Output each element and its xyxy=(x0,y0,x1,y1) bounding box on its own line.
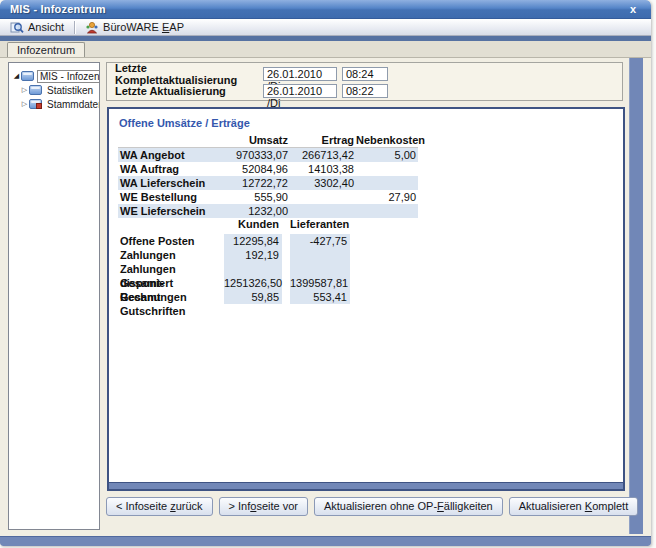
table-row: Gesamt Gutschriften 59,85 553,41 xyxy=(118,290,350,304)
column-gap xyxy=(282,217,290,232)
kunden-cell: 59,85 xyxy=(224,290,282,304)
kunden-cell: 1251326,50 xyxy=(224,276,282,290)
header-spacer xyxy=(118,133,234,147)
title-bar[interactable]: MIS - Infozentrum x xyxy=(0,0,651,19)
window-title: MIS - Infozentrum xyxy=(10,3,106,15)
table-row: WA Lieferschein 12722,72 3302,40 xyxy=(118,176,418,190)
row-label: WE Bestellung xyxy=(118,190,234,204)
buroware-eap-icon xyxy=(85,21,99,34)
tree-item-label[interactable]: Statistiken xyxy=(45,85,95,96)
header-ertrag: Ertrag xyxy=(290,133,356,147)
infoseite-zurueck-button[interactable]: < Infoseite zurück xyxy=(106,497,213,516)
header-spacer xyxy=(118,217,224,232)
table-header-row: Umsatz Ertrag Nebenkosten xyxy=(118,133,418,148)
kunden-cell xyxy=(224,262,282,276)
table-row: Offene Posten 12295,84 -427,75 xyxy=(118,234,350,248)
table-row: WE Bestellung 555,90 27,90 xyxy=(118,190,418,204)
buroware-eap-label: BüroWARE EAP xyxy=(103,21,184,33)
table-row: Zahlungen disponiert xyxy=(118,262,350,276)
tree-collapsed-icon[interactable]: ▷ xyxy=(20,86,29,94)
infoseite-vor-button[interactable]: > Infoseite vor xyxy=(219,497,308,516)
header-nebenkosten: Nebenkosten xyxy=(356,133,418,147)
table-header-row: Kunden Lieferanten xyxy=(118,217,350,232)
buroware-eap-button[interactable]: BüroWARE EAP xyxy=(79,20,190,35)
app-window: MIS - Infozentrum x Ansicht xyxy=(0,0,651,546)
view-magnifier-icon xyxy=(10,21,24,34)
umsatz-cell: 555,90 xyxy=(234,190,290,204)
ertrag-cell xyxy=(290,204,356,218)
row-label: WA Lieferschein xyxy=(118,176,234,190)
ertrag-cell: 14103,38 xyxy=(290,162,356,176)
last-full-update-time-field: 08:24 xyxy=(342,67,388,81)
aktualisieren-ohne-op-button[interactable]: Aktualisieren ohne OP-Fälligkeiten xyxy=(314,497,503,516)
info-page-panel: Offene Umsätze / Erträge Umsatz Ertrag N… xyxy=(107,107,625,491)
column-gap xyxy=(282,290,290,304)
tree-item-stammdaten[interactable]: ▷ Stammdaten xyxy=(9,97,99,111)
nebenkosten-cell xyxy=(356,204,418,218)
last-update-time-field: 08:22 xyxy=(342,84,388,98)
tree-item-mis-infozentrum[interactable]: ◢ MIS - Infozentrum xyxy=(9,69,99,83)
lieferanten-cell xyxy=(290,248,350,262)
table-row: Zahlungen 192,19 xyxy=(118,248,350,262)
tree-item-label[interactable]: MIS - Infozentrum xyxy=(37,70,99,83)
infocenter-folder-icon xyxy=(21,71,34,81)
row-label: Gesamt Gutschriften xyxy=(118,290,224,304)
lieferanten-cell: -427,75 xyxy=(290,234,350,248)
last-update-date-field: 26.01.2010 /Di xyxy=(263,84,337,98)
button-row: < Infoseite zurück > Infoseite vor Aktua… xyxy=(106,497,638,516)
ertrag-cell: 266713,42 xyxy=(290,148,356,162)
row-label: WA Auftrag xyxy=(118,162,234,176)
table-row: Gesamt-Rechnungen 1251326,50 1399587,81 xyxy=(118,276,350,290)
row-label: Zahlungen xyxy=(118,248,224,262)
aktualisieren-komplett-button[interactable]: Aktualisieren Komplett xyxy=(509,497,638,516)
toolbar-separator xyxy=(74,21,75,34)
umsatz-cell: 1232,00 xyxy=(234,204,290,218)
ertrag-cell: 3302,40 xyxy=(290,176,356,190)
last-full-update-date-field: 26.01.2010 /Di xyxy=(263,67,337,81)
last-update-row: Letzte Aktualisierung 26.01.2010 /Di 08:… xyxy=(115,84,388,98)
tree-item-statistiken[interactable]: ▷ Statistiken xyxy=(9,83,99,97)
header-lieferanten: Lieferanten xyxy=(290,217,350,232)
header-kunden: Kunden xyxy=(224,217,282,232)
tab-strip: Infozentrum xyxy=(0,41,651,58)
tree-collapsed-icon[interactable]: ▷ xyxy=(20,100,29,108)
row-label: Offene Posten xyxy=(118,234,224,248)
tree-expanded-icon[interactable]: ◢ xyxy=(12,72,21,80)
umsatz-cell: 970333,07 xyxy=(234,148,290,162)
ertrag-cell xyxy=(290,190,356,204)
navigation-tree: ◢ MIS - Infozentrum ▷ Statistiken ▷ Stam… xyxy=(8,62,100,530)
window-bottom-border xyxy=(0,536,651,546)
header-umsatz: Umsatz xyxy=(234,133,290,147)
close-icon[interactable]: x xyxy=(626,2,640,16)
umsatz-cell: 52084,96 xyxy=(234,162,290,176)
kunden-cell: 192,19 xyxy=(224,248,282,262)
toolbar: Ansicht BüroWARE EAP xyxy=(0,19,651,36)
table-row: WE Lieferschein 1232,00 xyxy=(118,204,418,218)
folder-icon xyxy=(29,85,42,95)
page-title: Offene Umsätze / Erträge xyxy=(119,117,250,129)
row-label: Gesamt-Rechnungen xyxy=(118,276,224,290)
lieferanten-cell xyxy=(290,262,350,276)
open-items-table: Kunden Lieferanten Offene Posten 12295,8… xyxy=(118,217,350,304)
folder-edit-icon xyxy=(29,99,42,109)
tab-infozentrum[interactable]: Infozentrum xyxy=(7,42,85,57)
ansicht-button[interactable]: Ansicht xyxy=(4,20,70,35)
column-gap xyxy=(282,234,290,248)
content-area: ◢ MIS - Infozentrum ▷ Statistiken ▷ Stam… xyxy=(0,58,651,536)
last-full-update-label: Letzte Komplettaktualisierung xyxy=(115,62,263,86)
table-row: WA Auftrag 52084,96 14103,38 xyxy=(118,162,418,176)
table-row: WA Angebot 970333,07 266713,42 5,00 xyxy=(118,148,418,162)
row-label: WA Angebot xyxy=(118,148,234,162)
lieferanten-cell: 1399587,81 xyxy=(290,276,350,290)
kunden-cell: 12295,84 xyxy=(224,234,282,248)
nebenkosten-cell xyxy=(356,176,418,190)
column-gap xyxy=(282,262,290,276)
row-label: Zahlungen disponiert xyxy=(118,262,224,276)
ansicht-label: Ansicht xyxy=(28,21,64,33)
tree-item-label[interactable]: Stammdaten xyxy=(45,99,99,110)
vertical-scrollbar[interactable] xyxy=(629,58,643,534)
lieferanten-cell: 553,41 xyxy=(290,290,350,304)
horizontal-scrollbar[interactable] xyxy=(109,482,623,489)
update-info-panel: Letzte Komplettaktualisierung 26.01.2010… xyxy=(106,62,623,101)
row-label: WE Lieferschein xyxy=(118,204,234,218)
